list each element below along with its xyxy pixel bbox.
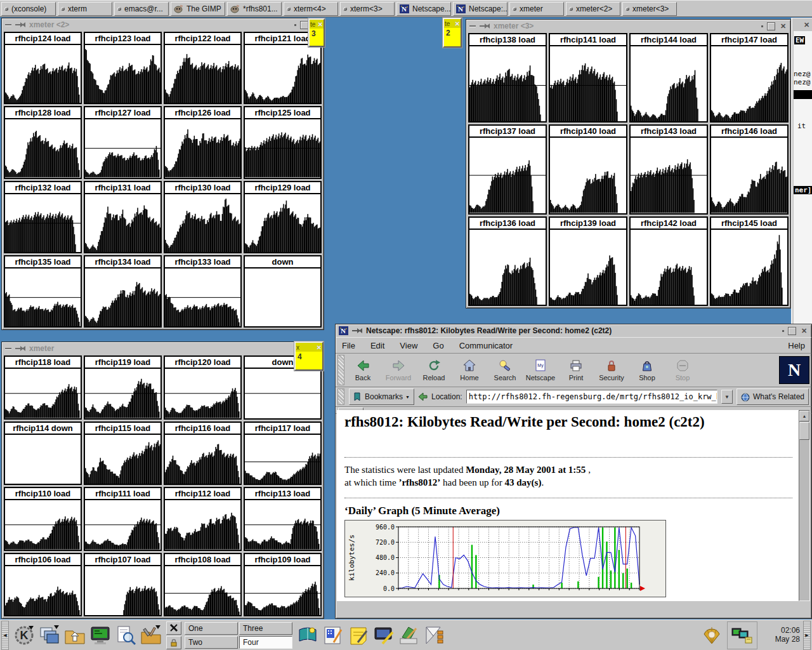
konsole-button[interactable] (88, 623, 112, 648)
home-button[interactable] (63, 623, 87, 648)
pager-desktop-two[interactable]: Two (185, 636, 238, 649)
search-button[interactable]: Search (487, 354, 523, 387)
window-netscape[interactable]: N Netscape: rfhs8012: Kilobytes Read/Wri… (335, 324, 812, 619)
menu-item-edit[interactable]: Edit (370, 341, 384, 350)
pin-icon[interactable] (352, 328, 362, 334)
close-icon[interactable]: ✕ (318, 21, 323, 28)
scrollbar-thumb[interactable] (799, 422, 809, 440)
panel-hide-left[interactable]: ◀ (1, 621, 9, 650)
close-icon[interactable]: ✕ (317, 344, 322, 351)
location-icon[interactable] (418, 392, 428, 401)
sticky-note-3[interactable]: te ✕ 3 (308, 18, 325, 47)
winlist-button[interactable] (37, 623, 62, 648)
close-icon[interactable]: ✕ (800, 327, 808, 335)
taskbar-button-netscape-[interactable]: NNetscape:.. (453, 2, 508, 16)
organizer-button[interactable] (321, 623, 345, 648)
minimize-icon[interactable] (5, 348, 11, 350)
netscape-logo[interactable]: N (779, 356, 809, 384)
note-titlebar[interactable]: te ✕ (310, 20, 324, 29)
maximize-icon[interactable] (788, 327, 796, 335)
taskbar-button-xterm-3-[interactable]: xterm<3> (340, 2, 395, 16)
panel-hide-right[interactable]: ▶ (803, 621, 811, 650)
pager-desktop-four[interactable]: Four (239, 636, 292, 649)
kfind-button[interactable] (114, 623, 138, 648)
sticky-dot-icon[interactable] (782, 330, 784, 332)
panel-clock[interactable]: 02:06 May 28 (763, 627, 800, 644)
taskbar-button-emacs-r-[interactable]: emacs@r... (114, 2, 169, 16)
urlbar-grip[interactable] (337, 388, 344, 405)
lock-screen-button[interactable] (166, 636, 181, 649)
window-xmeter1[interactable]: xmeter ✕ rfhcip118 loadrfhcip119 loadrfh… (1, 342, 324, 619)
pin-icon[interactable] (480, 23, 490, 29)
vertical-scrollbar[interactable]: ▲ (799, 410, 810, 601)
taskbar-button-xterm[interactable]: xterm (58, 2, 112, 16)
close-icon[interactable]: ✕ (455, 20, 460, 27)
reload-button[interactable]: Reload (416, 354, 452, 387)
minimize-icon[interactable] (469, 25, 476, 27)
scanner-button[interactable] (397, 623, 421, 648)
maximize-icon[interactable] (767, 22, 775, 30)
meter-cell: rfhcip122 load (164, 32, 242, 104)
sticky-dot-icon[interactable] (294, 24, 296, 26)
note-titlebar[interactable]: x ✕ (296, 343, 322, 352)
xmeter3-titlebar[interactable]: xmeter <3> ✕ (466, 20, 790, 32)
menu-item-go[interactable]: Go (433, 341, 443, 350)
pager-desktop-three[interactable]: Three (239, 622, 292, 635)
xmeter2-titlebar[interactable]: xmeter <2> ✕ (2, 18, 324, 31)
netscape-button[interactable]: MyNetscape (523, 354, 558, 387)
note-text[interactable]: 4 (296, 352, 322, 362)
sticky-note-4[interactable]: x ✕ 4 (294, 342, 324, 371)
toolbar-grip[interactable] (337, 355, 344, 385)
netscape-titlebar[interactable]: N Netscape: rfhs8012: Kilobytes Read/Wri… (336, 324, 811, 337)
taskbar-button-the-gimp[interactable]: The GIMP (171, 2, 225, 16)
book-button[interactable] (296, 623, 320, 648)
menu-item-view[interactable]: View (400, 341, 417, 350)
scroll-up-arrow[interactable]: ▲ (799, 411, 809, 421)
back-button[interactable]: Back (345, 354, 381, 387)
note-text[interactable]: 2 (444, 28, 461, 38)
home-button[interactable]: Home (452, 354, 487, 387)
tray-frame[interactable] (727, 621, 757, 649)
kmenu-button[interactable]: K (12, 623, 36, 648)
shell-applet[interactable] (700, 623, 724, 648)
taskbar-button--xconsole-[interactable]: (xconsole) (1, 2, 56, 16)
sticky-note-2[interactable]: te ✕ 2 (443, 18, 462, 48)
taskbar-button-xterm-4-[interactable]: xterm<4> (284, 2, 338, 16)
pager-desktop-one[interactable]: One (185, 622, 238, 635)
shop-button[interactable]: Shop (629, 354, 665, 387)
mail-button[interactable] (422, 623, 447, 648)
pin-icon[interactable] (15, 346, 25, 352)
sticky-dot-icon[interactable] (761, 25, 763, 27)
pin-icon[interactable] (15, 22, 25, 28)
x-server-button[interactable] (166, 621, 181, 635)
taskbar-button-netscape-[interactable]: NNetscape... (396, 2, 451, 16)
kedit-button[interactable] (372, 623, 396, 648)
taskbar-button-xmeter-2-[interactable]: xmeter<2> (566, 2, 620, 16)
url-dropdown-button[interactable]: ▼ (721, 390, 733, 404)
xmeter1-titlebar[interactable]: xmeter ✕ (2, 342, 324, 355)
divider (344, 457, 792, 458)
bookmarks-button[interactable]: Bookmarks ▼ (349, 388, 414, 405)
maximize-icon[interactable] (300, 21, 308, 29)
window-emacs-sliver[interactable]: ✕ EW nez@ nez@ it ner] (791, 18, 812, 333)
whats-related-button[interactable]: What's Related (737, 388, 809, 405)
taskbar-button--rfhs801-[interactable]: *rfhs801... (227, 2, 282, 16)
toolbox-button[interactable] (139, 623, 163, 648)
window-xmeter2[interactable]: xmeter <2> ✕ rfhcip124 loadrfhcip123 loa… (1, 18, 324, 330)
close-icon[interactable]: ✕ (802, 21, 811, 29)
security-button[interactable]: Security (594, 354, 629, 387)
taskbar-button-xmeter-3-[interactable]: xmeter<3> (622, 2, 677, 16)
menu-item-help[interactable]: Help (788, 341, 805, 350)
taskbar-button-xmeter[interactable]: xmeter (509, 2, 564, 16)
print-button[interactable]: Print (558, 354, 594, 387)
location-input[interactable]: http://rfhs8012.fh-regensburg.de/mrtg/rf… (466, 390, 717, 404)
window-xmeter3[interactable]: xmeter <3> ✕ rfhcip138 loadrfhcip141 loa… (466, 19, 791, 308)
knotes-button[interactable] (346, 623, 370, 648)
minimize-icon[interactable] (5, 24, 11, 26)
menu-item-file[interactable]: File (342, 341, 355, 350)
menu-item-communicator[interactable]: Communicator (459, 341, 513, 350)
note-titlebar[interactable]: te ✕ (444, 19, 461, 28)
close-icon[interactable]: ✕ (779, 22, 787, 30)
toolbox-icon (140, 625, 162, 646)
note-text[interactable]: 3 (310, 29, 324, 39)
